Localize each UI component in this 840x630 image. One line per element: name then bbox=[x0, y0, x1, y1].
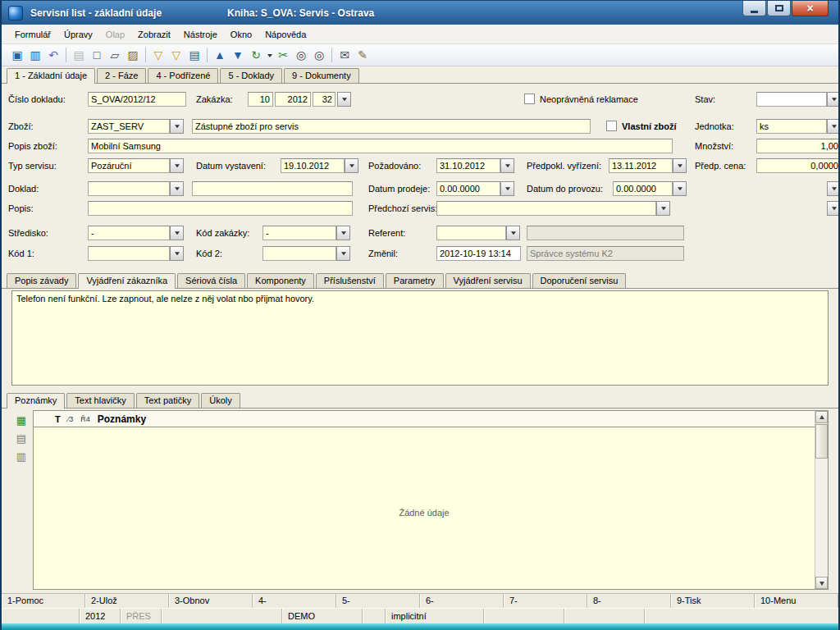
fnkey-obnov[interactable]: 3-Obnov bbox=[169, 594, 253, 608]
zakazka-field-1[interactable]: 10 bbox=[248, 92, 273, 107]
filter-edit-icon[interactable]: ▽ bbox=[167, 46, 185, 64]
insert-icon[interactable]: ✂ bbox=[274, 46, 292, 64]
tab-seriova-cisla[interactable]: Sériová čísla bbox=[177, 273, 245, 288]
notes-scrollbar[interactable] bbox=[815, 411, 828, 589]
tab-ukoly[interactable]: Úkoly bbox=[201, 393, 240, 408]
paste-icon[interactable]: ▨ bbox=[124, 46, 142, 64]
referent-dropdown[interactable] bbox=[506, 226, 520, 240]
tab-komponenty[interactable]: Komponenty bbox=[247, 273, 314, 288]
find-icon[interactable]: ◎ bbox=[292, 46, 310, 64]
datum-prodeje-field[interactable]: 0.00.0000 bbox=[436, 181, 500, 196]
predchozi-servis-dropdown[interactable] bbox=[656, 201, 670, 216]
tab-dokumenty[interactable]: 9 - Dokumenty bbox=[284, 68, 359, 83]
zakazka-field-2[interactable]: 2012 bbox=[275, 92, 311, 107]
kod-zakazky-dropdown[interactable] bbox=[336, 226, 350, 240]
jednotka-field[interactable]: ks bbox=[756, 119, 827, 134]
tab-doklady[interactable]: 5 - Doklady bbox=[220, 68, 282, 83]
doklad-field[interactable] bbox=[88, 181, 170, 196]
tab-prislusenstvi[interactable]: Příslušenství bbox=[316, 273, 384, 288]
minimize-button[interactable] bbox=[742, 1, 766, 16]
copy-icon[interactable]: ▱ bbox=[106, 46, 124, 64]
prev-record-icon[interactable]: ▲ bbox=[211, 46, 229, 64]
kod1-field[interactable] bbox=[88, 246, 170, 261]
column-header-type[interactable]: T bbox=[55, 414, 61, 424]
refresh-dropdown-icon[interactable] bbox=[265, 46, 274, 64]
column-header-sort[interactable]: ∕3 bbox=[68, 415, 74, 423]
kod1-dropdown[interactable] bbox=[170, 246, 184, 261]
vlastni-zbozi-checkbox[interactable] bbox=[606, 121, 617, 131]
popis-field[interactable] bbox=[88, 201, 353, 216]
fnkey-pomoc[interactable]: 1-Pomoc bbox=[2, 594, 85, 608]
neopravnena-reklamace-checkbox[interactable] bbox=[524, 94, 535, 104]
notes-doc-icon[interactable]: ▤ bbox=[15, 431, 28, 445]
kod2-dropdown[interactable] bbox=[336, 246, 350, 261]
fnkey-tisk[interactable]: 9-Tisk bbox=[671, 594, 755, 608]
scroll-up-icon[interactable] bbox=[815, 411, 828, 423]
title-bar[interactable]: Servisní list - základní údaje Kniha: S_… bbox=[2, 0, 838, 25]
scrollbar-thumb[interactable] bbox=[815, 424, 828, 459]
tab-parametry[interactable]: Parametry bbox=[386, 273, 444, 288]
menu-upravy[interactable]: Úpravy bbox=[57, 27, 99, 42]
fnkey-menu[interactable]: 10-Menu bbox=[755, 594, 838, 608]
tab-popis-zavady[interactable]: Popis závady bbox=[7, 273, 76, 288]
undo-icon[interactable]: ↶ bbox=[44, 46, 62, 64]
next-record-icon[interactable]: ▼ bbox=[229, 46, 247, 64]
stav-field[interactable] bbox=[756, 92, 827, 107]
zbozi-dropdown[interactable] bbox=[170, 119, 184, 134]
tab-doporuceni-servisu[interactable]: Doporučení servisu bbox=[532, 273, 627, 288]
menu-zobrazit[interactable]: Zobrazit bbox=[131, 27, 177, 42]
find-next-icon[interactable]: ◎ bbox=[310, 46, 328, 64]
scroll-down-icon[interactable] bbox=[815, 577, 828, 589]
refresh-icon[interactable]: ↻ bbox=[247, 46, 265, 64]
menu-nastroje[interactable]: Nástroje bbox=[177, 27, 224, 42]
fnkey-8[interactable]: 8- bbox=[587, 594, 671, 608]
menu-formular[interactable]: Formulář bbox=[8, 27, 57, 42]
datum-prodeje-dropdown[interactable] bbox=[500, 181, 514, 196]
save-icon[interactable]: ▣ bbox=[8, 46, 26, 64]
stredisko-dropdown[interactable] bbox=[170, 226, 184, 240]
cislo-dokladu-field[interactable]: S_OVA/2012/12 bbox=[88, 92, 186, 107]
stack-icon[interactable]: ▤ bbox=[185, 46, 203, 64]
tab-text-paticky[interactable]: Text patičky bbox=[136, 393, 199, 408]
menu-napoveda[interactable]: Nápověda bbox=[258, 27, 313, 42]
predpokl-vyrizeni-field[interactable]: 13.11.2012 bbox=[609, 158, 673, 173]
doklad-dropdown[interactable] bbox=[170, 181, 184, 196]
typ-servisu-field[interactable]: Pozáruční bbox=[88, 158, 170, 173]
tab-vyjadreni-zakaznika[interactable]: Vyjádření zákazníka bbox=[78, 273, 176, 289]
menu-okno[interactable]: Okno bbox=[224, 27, 258, 42]
stav-dropdown[interactable] bbox=[827, 92, 838, 107]
datum-do-provozu-dropdown[interactable] bbox=[673, 181, 687, 196]
datum-vystaveni-field[interactable]: 19.10.2012 bbox=[281, 158, 345, 173]
predpokl-vyrizeni-dropdown[interactable] bbox=[673, 158, 687, 173]
tab-zakladni-udaje[interactable]: 1 - Základní údaje bbox=[7, 68, 95, 84]
kod-zakazky-field[interactable]: - bbox=[262, 226, 336, 240]
popis-zbozi-field[interactable]: Mobilní Samsung bbox=[88, 139, 673, 153]
tab-poznamky[interactable]: Poznámky bbox=[7, 393, 65, 409]
fnkey-6[interactable]: 6- bbox=[420, 594, 504, 608]
pozadovano-dropdown[interactable] bbox=[500, 158, 514, 173]
datum-vystaveni-dropdown[interactable] bbox=[345, 158, 358, 173]
referent-field[interactable] bbox=[436, 226, 506, 240]
fnkey-4[interactable]: 4- bbox=[253, 594, 336, 608]
typ-servisu-dropdown[interactable] bbox=[170, 158, 184, 173]
kod2-field[interactable] bbox=[262, 246, 336, 261]
notes-add-icon[interactable]: ▦ bbox=[15, 413, 28, 427]
mnozstvi-field[interactable]: 1,00 bbox=[756, 139, 838, 153]
new-record-icon[interactable]: □ bbox=[88, 46, 106, 64]
datum-do-provozu-field[interactable]: 0.00.0000 bbox=[613, 181, 673, 196]
zbozi-nazev-field[interactable]: Zástupné zboží pro servis bbox=[192, 119, 591, 134]
edit-icon[interactable]: ✎ bbox=[354, 46, 372, 64]
tab-podrizene[interactable]: 4 - Podřízené bbox=[148, 68, 218, 83]
restore-button[interactable] bbox=[767, 1, 791, 16]
customer-statement-textarea[interactable]: Telefon není funkční. Lze zapnout, ale n… bbox=[11, 290, 829, 386]
tab-text-hlavicky[interactable]: Text hlavičky bbox=[66, 393, 134, 408]
predp-cena-field[interactable]: 0,0000 bbox=[756, 158, 838, 173]
mail-icon[interactable]: ✉ bbox=[336, 46, 354, 64]
filter-icon[interactable]: ▽ bbox=[149, 46, 167, 64]
close-button[interactable]: × bbox=[792, 1, 829, 16]
column-header-poznamky[interactable]: Poznámky bbox=[98, 413, 146, 425]
stredisko-field[interactable]: - bbox=[88, 226, 170, 240]
edge-dropdown-2[interactable] bbox=[827, 201, 838, 216]
fnkey-7[interactable]: 7- bbox=[504, 594, 587, 608]
zbozi-field[interactable]: ZAST_SERV bbox=[88, 119, 170, 134]
